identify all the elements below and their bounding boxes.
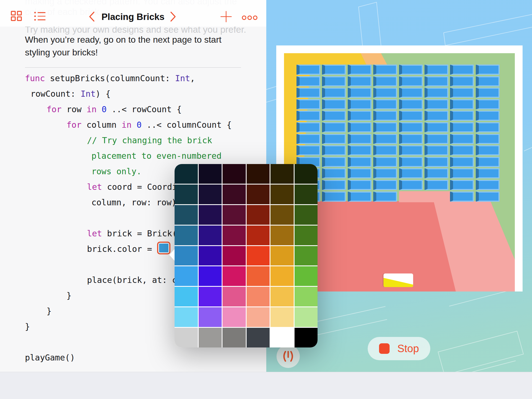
brick [450, 180, 474, 190]
brick [322, 145, 346, 155]
color-cell[interactable] [247, 185, 270, 204]
table-of-contents-icon[interactable] [34, 11, 46, 23]
color-cell[interactable] [270, 246, 294, 266]
brick [348, 122, 372, 132]
color-cell[interactable] [199, 185, 222, 204]
code-token: for [47, 104, 62, 114]
home-grid-icon[interactable] [11, 11, 23, 23]
code-line[interactable]: for row in 0 ..< rowCount { [0, 102, 266, 117]
color-cell[interactable] [175, 226, 198, 245]
color-cell[interactable] [222, 185, 246, 204]
brick [399, 122, 423, 132]
code-token: // Try changing the brick [87, 135, 212, 145]
color-cell[interactable] [270, 164, 294, 184]
code-token: row [62, 104, 86, 114]
color-cell[interactable] [295, 307, 318, 327]
color-cell[interactable] [222, 226, 246, 245]
code-token: brick.color = [87, 244, 157, 254]
brick [322, 157, 346, 167]
color-cell[interactable] [199, 266, 222, 286]
color-cell[interactable] [295, 246, 318, 266]
color-cell[interactable] [199, 164, 222, 184]
brick [322, 111, 346, 121]
brick [348, 168, 372, 178]
color-cell[interactable] [175, 266, 198, 286]
color-cell[interactable] [247, 226, 270, 245]
color-cell[interactable] [270, 307, 294, 327]
color-cell[interactable] [247, 307, 270, 327]
code-line[interactable]: playGame() [0, 350, 266, 365]
code-line[interactable]: placement to even-numbered [0, 148, 266, 164]
color-cell[interactable] [295, 287, 318, 306]
swift-playgrounds-app: making a checkered pattern. You can also… [0, 0, 532, 399]
color-cell[interactable] [295, 205, 318, 225]
color-cell[interactable] [199, 226, 222, 245]
stop-button[interactable]: Stop [368, 337, 430, 360]
brick [373, 191, 397, 202]
color-cell[interactable] [222, 307, 246, 327]
brick [348, 191, 372, 202]
brick [424, 134, 448, 144]
color-cell[interactable] [199, 246, 222, 266]
code-token: , [190, 73, 195, 83]
color-cell[interactable] [295, 164, 318, 184]
color-cell[interactable] [295, 226, 318, 245]
color-cell[interactable] [295, 185, 318, 204]
color-literal-swatch[interactable] [157, 242, 170, 254]
brick [322, 122, 346, 132]
color-cell[interactable] [175, 164, 198, 184]
brick [424, 88, 448, 98]
color-cell[interactable] [175, 205, 198, 225]
color-cell[interactable] [270, 266, 294, 286]
color-cell[interactable] [175, 185, 198, 204]
color-cell[interactable] [222, 266, 246, 286]
more-options-icon[interactable] [242, 15, 258, 22]
brick [348, 180, 372, 190]
brick [399, 145, 423, 155]
section-divider [25, 67, 241, 68]
color-cell[interactable] [270, 328, 294, 347]
color-cell[interactable] [199, 328, 222, 347]
color-cell[interactable] [295, 328, 318, 347]
color-cell[interactable] [295, 266, 318, 286]
live-view-gauge-button[interactable] [277, 345, 300, 368]
brick [373, 180, 397, 190]
add-icon[interactable] [220, 11, 232, 24]
color-cell[interactable] [270, 287, 294, 306]
color-cell[interactable] [270, 185, 294, 204]
color-cell[interactable] [175, 287, 198, 306]
color-cell[interactable] [175, 328, 198, 347]
color-cell[interactable] [247, 287, 270, 306]
brick [476, 191, 500, 202]
color-cell[interactable] [222, 205, 246, 225]
next-page-icon[interactable] [170, 11, 177, 23]
breakout-game-scene [284, 53, 515, 291]
brick [399, 157, 423, 167]
color-cell[interactable] [222, 287, 246, 306]
color-cell[interactable] [222, 328, 246, 347]
brick [322, 88, 346, 98]
color-cell[interactable] [247, 246, 270, 266]
color-cell[interactable] [199, 205, 222, 225]
code-line[interactable]: rowCount: Int) { [0, 86, 266, 102]
color-cell[interactable] [270, 205, 294, 225]
color-cell[interactable] [247, 266, 270, 286]
code-line[interactable]: for column in 0 ..< columnCount { [0, 117, 266, 133]
code-token: let [87, 229, 102, 238]
brick [476, 99, 500, 109]
code-line[interactable]: // Try changing the brick [0, 133, 266, 148]
color-cell[interactable] [247, 328, 270, 347]
color-cell[interactable] [270, 226, 294, 245]
color-cell[interactable] [222, 246, 246, 266]
color-cell[interactable] [175, 246, 198, 266]
color-cell[interactable] [247, 205, 270, 225]
color-cell[interactable] [199, 307, 222, 327]
color-cell[interactable] [247, 164, 270, 184]
previous-page-icon[interactable] [88, 11, 95, 23]
paddle-yellow-face [383, 273, 413, 287]
color-cell[interactable] [199, 287, 222, 306]
color-cell[interactable] [175, 307, 198, 327]
brick [373, 88, 397, 98]
color-cell[interactable] [222, 164, 246, 184]
code-line[interactable]: func setupBricks(columnCount: Int, [0, 71, 266, 86]
